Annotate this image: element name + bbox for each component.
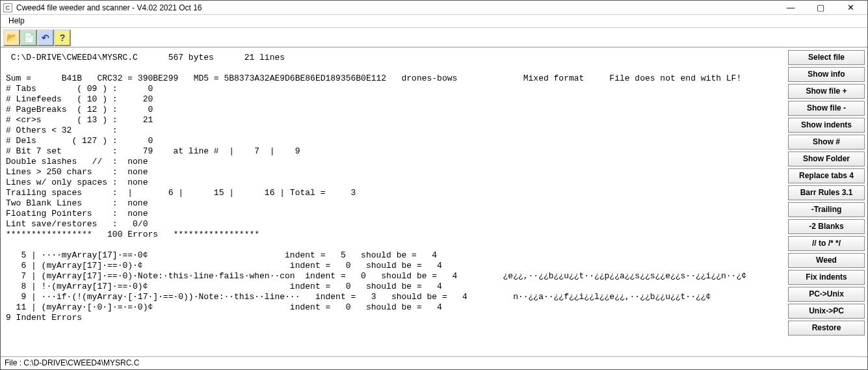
barr-rules-button[interactable]: Barr Rules 3.1 <box>788 185 865 200</box>
scan-button[interactable]: 📄 <box>20 29 37 46</box>
app-icon: C <box>3 3 12 12</box>
restore-button[interactable]: Restore <box>788 321 865 336</box>
titlebar: C Cweed4 file weeder and scanner - V4.02… <box>1 1 867 15</box>
weed-button[interactable]: Weed <box>788 253 865 268</box>
undo-icon: ↶ <box>42 33 49 43</box>
window-title: Cweed4 file weeder and scanner - V4.02 2… <box>16 3 782 12</box>
status-text: File : C:\D-DRIVE\CWEED4\MYSRC.C <box>5 358 139 367</box>
show-hash-button[interactable]: Show # <box>788 135 865 150</box>
replace-tabs-button[interactable]: Replace tabs 4 <box>788 168 865 183</box>
unix-to-pc-button[interactable]: Unix->PC <box>788 304 865 319</box>
minimize-button[interactable]: — <box>782 2 800 14</box>
menubar: Help <box>1 15 867 28</box>
help-icon: ? <box>60 33 66 43</box>
show-file-plus-button[interactable]: Show file + <box>788 84 865 99</box>
toolbar: 📂 📄 ↶ ? <box>1 28 867 47</box>
trailing-button[interactable]: -Trailing <box>788 202 865 217</box>
main-area: C:\D-DRIVE\CWEED4\MYSRC.C 567 bytes 21 l… <box>1 47 867 356</box>
folder-icon: 📂 <box>7 33 18 43</box>
show-info-button[interactable]: Show info <box>788 67 865 82</box>
show-file-minus-button[interactable]: Show file - <box>788 101 865 116</box>
show-indents-button[interactable]: Show indents <box>788 118 865 133</box>
statusbar: File : C:\D-DRIVE\CWEED4\MYSRC.C <box>1 356 867 369</box>
maximize-button[interactable]: ▢ <box>811 2 830 14</box>
document-icon: 📄 <box>23 33 34 43</box>
content-pane: C:\D-DRIVE\CWEED4\MYSRC.C 567 bytes 21 l… <box>1 47 785 356</box>
undo-button[interactable]: ↶ <box>37 29 54 46</box>
pc-to-unix-button[interactable]: PC->Unix <box>788 287 865 302</box>
fix-indents-button[interactable]: Fix indents <box>788 270 865 285</box>
open-button[interactable]: 📂 <box>3 29 20 46</box>
two-blanks-button[interactable]: -2 Blanks <box>788 219 865 234</box>
show-folder-button[interactable]: Show Folder <box>788 152 865 166</box>
comment-convert-button[interactable]: // to /* */ <box>788 236 865 251</box>
select-file-button[interactable]: Select file <box>788 50 865 65</box>
help-button[interactable]: ? <box>54 29 71 46</box>
close-button[interactable]: ✕ <box>841 2 860 14</box>
window-controls: — ▢ ✕ <box>782 2 865 14</box>
help-menu[interactable]: Help <box>5 15 29 27</box>
sidebar: Select file Show info Show file + Show f… <box>785 47 867 356</box>
